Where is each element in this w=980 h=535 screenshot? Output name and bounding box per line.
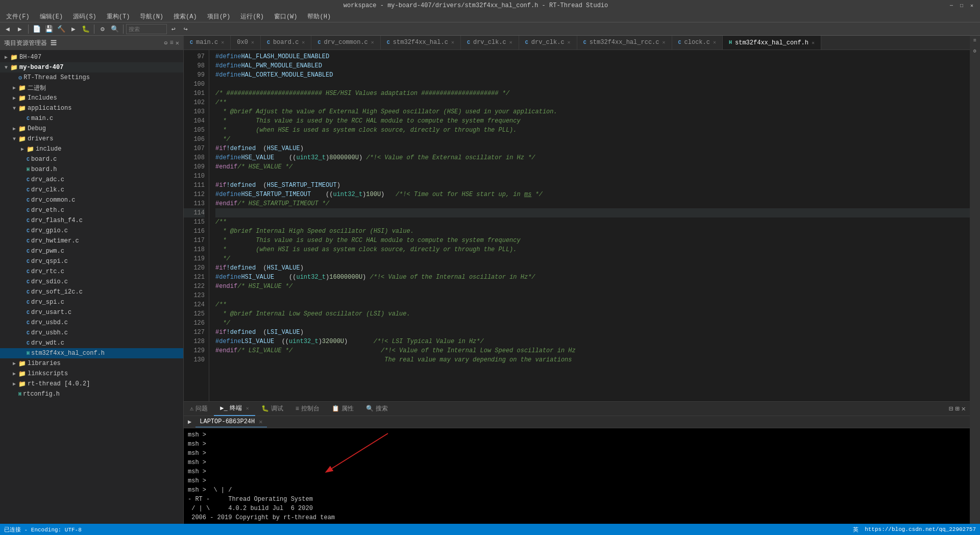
sidebar-item-drivers[interactable]: ▼ 📁 drivers bbox=[0, 134, 183, 144]
tab-problems[interactable]: ⚠ 问题 bbox=[184, 402, 214, 416]
maximize-panel-icon[interactable]: ⊞ bbox=[955, 404, 959, 413]
toolbar-undo[interactable]: ↩ bbox=[168, 23, 179, 35]
sidebar-collapse-icon[interactable]: ⊖ bbox=[164, 39, 167, 47]
menu-window[interactable]: 窗口(W) bbox=[270, 11, 302, 22]
toolbar-debug[interactable]: 🐛 bbox=[80, 23, 91, 35]
tab-clock-c[interactable]: C clock.c ✕ bbox=[672, 36, 723, 50]
sidebar-item-main-c[interactable]: C main.c bbox=[0, 113, 183, 124]
tab-close-icon[interactable]: ✕ bbox=[451, 39, 454, 45]
sidebar-item-drv-eth-c[interactable]: C drv_eth.c bbox=[0, 205, 183, 215]
maximize-button[interactable]: □ bbox=[958, 2, 966, 10]
sidebar-item-drv-spi-c[interactable]: C drv_spi.c bbox=[0, 297, 183, 307]
tab-close-icon[interactable]: ✕ bbox=[302, 39, 305, 45]
tab-close-icon[interactable]: ✕ bbox=[371, 39, 374, 45]
menu-navigate[interactable]: 导航(N) bbox=[136, 11, 167, 22]
toolbar-search[interactable]: 🔍 bbox=[109, 23, 120, 35]
sidebar-item-drv-pwm-c[interactable]: C drv_pwm.c bbox=[0, 246, 183, 256]
terminal-close-icon[interactable]: ✕ bbox=[259, 418, 262, 426]
sidebar-item-label: Debug bbox=[28, 125, 46, 132]
toolbar-forward[interactable]: ▶ bbox=[14, 23, 26, 35]
sidebar-item-rt-settings[interactable]: ⚙ RT-Thread Settings bbox=[0, 72, 183, 83]
sidebar-item-drv-hwtimer-c[interactable]: C drv_hwtimer.c bbox=[0, 236, 183, 246]
tab-stm32-hal-rcc-c[interactable]: C stm32f4xx_hal_rcc.c ✕ bbox=[577, 36, 672, 50]
tab-close-icon[interactable]: ✕ bbox=[246, 405, 249, 411]
close-button[interactable]: ✕ bbox=[968, 2, 976, 10]
toolbar-settings[interactable]: ⚙ bbox=[97, 23, 108, 35]
sidebar-item-drv-usbd-c[interactable]: C drv_usbd.c bbox=[0, 318, 183, 328]
sidebar-item-drv-soft-i2c-c[interactable]: C drv_soft_i2c.c bbox=[0, 287, 183, 297]
tab-close-icon[interactable]: ✕ bbox=[221, 39, 224, 45]
tab-close-icon[interactable]: ✕ bbox=[251, 39, 254, 45]
toolbar-back[interactable]: ◀ bbox=[2, 23, 13, 35]
sidebar-item-rtconfig-h[interactable]: H rtconfig.h bbox=[0, 389, 183, 399]
search-input[interactable] bbox=[126, 24, 167, 34]
sidebar-item-drv-gpio-c[interactable]: C drv_gpio.c bbox=[0, 226, 183, 236]
toolbar-redo[interactable]: ↪ bbox=[180, 23, 191, 35]
tab-0x0[interactable]: 0x0 ✕ bbox=[231, 36, 261, 50]
tab-close-icon[interactable]: ✕ bbox=[713, 39, 716, 45]
minimize-button[interactable]: ─ bbox=[947, 2, 955, 10]
sidebar-item-board-c[interactable]: C board.c bbox=[0, 154, 183, 164]
minimize-panel-icon[interactable]: ⊟ bbox=[949, 404, 953, 413]
tab-drv-clk-c2[interactable]: C drv_clk.c ✕ bbox=[519, 36, 577, 50]
sidebar-item-binary[interactable]: ▶ 📁 二进制 bbox=[0, 83, 183, 93]
activity-btn-2[interactable]: ⚙ bbox=[970, 48, 979, 57]
sidebar-item-drv-rtc-c[interactable]: C drv_rtc.c bbox=[0, 266, 183, 277]
code-content[interactable]: #define HAL_FLASH_MODULE_ENABLED #define… bbox=[209, 50, 970, 401]
tab-close-icon[interactable]: ✕ bbox=[568, 39, 571, 45]
sidebar-item-rt-thread[interactable]: ▶ 📁 rt-thread [4.0.2] bbox=[0, 379, 183, 389]
activity-btn-1[interactable]: ≡ bbox=[970, 38, 979, 47]
tab-drv-common-c[interactable]: C drv_common.c ✕ bbox=[311, 36, 380, 50]
sidebar-item-drv-wdt-c[interactable]: C drv_wdt.c bbox=[0, 338, 183, 348]
sidebar-item-includes[interactable]: ▶ 📁 Includes bbox=[0, 93, 183, 103]
toolbar-new[interactable]: 📄 bbox=[31, 23, 42, 35]
tab-terminal[interactable]: ▶_ 终端 ✕ bbox=[214, 402, 255, 416]
sidebar-item-debug[interactable]: ▶ 📁 Debug bbox=[0, 124, 183, 134]
tab-close-icon[interactable]: ✕ bbox=[662, 39, 665, 45]
close-panel-icon[interactable]: ✕ bbox=[962, 404, 966, 413]
tab-debug[interactable]: 🐛 调试 bbox=[255, 402, 289, 416]
menu-source[interactable]: 源码(S) bbox=[69, 11, 101, 22]
terminal-content[interactable]: msh > msh > msh > msh > msh > msh > msh … bbox=[184, 428, 970, 524]
menu-help[interactable]: 帮助(H) bbox=[303, 11, 335, 22]
tab-properties[interactable]: 📋 属性 bbox=[326, 402, 360, 416]
tab-stm32-hal-conf-h[interactable]: H stm32f4xx_hal_conf.h ✕ bbox=[723, 36, 821, 50]
tab-search[interactable]: 🔍 搜索 bbox=[360, 402, 394, 416]
sidebar-item-linkscripts[interactable]: ▶ 📁 linkscripts bbox=[0, 369, 183, 379]
sidebar-item-libraries[interactable]: ▶ 📁 libraries bbox=[0, 358, 183, 369]
sidebar-item-drv-usart-c[interactable]: C drv_usart.c bbox=[0, 307, 183, 318]
tab-drv-clk-c[interactable]: C drv_clk.c ✕ bbox=[461, 36, 519, 50]
menu-edit[interactable]: 编辑(E) bbox=[36, 11, 67, 22]
toolbar-build[interactable]: 🔨 bbox=[56, 23, 67, 35]
sidebar-item-stm32-hal-conf-h[interactable]: H stm32f4xx_hal_conf.h bbox=[0, 348, 183, 358]
tab-board-c[interactable]: C board.c ✕ bbox=[261, 36, 311, 50]
sidebar-item-applications[interactable]: ▼ 📁 applications bbox=[0, 103, 183, 113]
menu-search[interactable]: 搜索(A) bbox=[169, 11, 201, 22]
menu-refactor[interactable]: 重构(T) bbox=[103, 11, 134, 22]
tab-console[interactable]: ≡ 控制台 bbox=[289, 402, 326, 416]
sidebar-item-drv-sdio-c[interactable]: C drv_sdio.c bbox=[0, 277, 183, 287]
sidebar-item-drv-qspi-c[interactable]: C drv_qspi.c bbox=[0, 256, 183, 266]
sidebar-item-bh-407[interactable]: ▶ 📁 BH-407 bbox=[0, 52, 183, 62]
menu-run[interactable]: 运行(R) bbox=[236, 11, 268, 22]
sidebar-item-drv-flash-c[interactable]: C drv_flash_f4.c bbox=[0, 215, 183, 226]
tab-close-icon[interactable]: ✕ bbox=[812, 40, 815, 46]
toolbar-save[interactable]: 💾 bbox=[43, 23, 55, 35]
sidebar-item-drv-adc-c[interactable]: C drv_adc.c bbox=[0, 175, 183, 185]
toolbar-run[interactable]: ▶ bbox=[68, 23, 79, 35]
sidebar-item-drv-usbh-c[interactable]: C drv_usbh.c bbox=[0, 328, 183, 338]
tab-close-icon[interactable]: ✕ bbox=[509, 39, 512, 45]
sidebar-item-board-h[interactable]: H board.h bbox=[0, 164, 183, 175]
sidebar-menu-icon[interactable]: ≡ bbox=[170, 39, 174, 47]
sidebar-item-drv-clk-c[interactable]: C drv_clk.c bbox=[0, 185, 183, 195]
sidebar-item-my-board-407[interactable]: ▼ 📁 my-board-407 bbox=[0, 62, 183, 72]
sidebar-close-icon[interactable]: ✕ bbox=[176, 39, 179, 47]
menu-file[interactable]: 文件(F) bbox=[2, 11, 34, 22]
sidebar-item-include[interactable]: ▶ 📁 include bbox=[0, 144, 183, 154]
terminal-session-tab[interactable]: LAPTOP-6B63P24H ✕ bbox=[195, 417, 266, 427]
menu-project[interactable]: 项目(P) bbox=[203, 11, 235, 22]
code-line: #if !defined (HSE_VALUE) bbox=[215, 144, 970, 153]
tab-stm32-hal-c[interactable]: C stm32f4xx_hal.c ✕ bbox=[381, 36, 461, 50]
sidebar-item-drv-common-c[interactable]: C drv_common.c bbox=[0, 195, 183, 205]
tab-main-c[interactable]: C main.c ✕ bbox=[184, 36, 231, 50]
